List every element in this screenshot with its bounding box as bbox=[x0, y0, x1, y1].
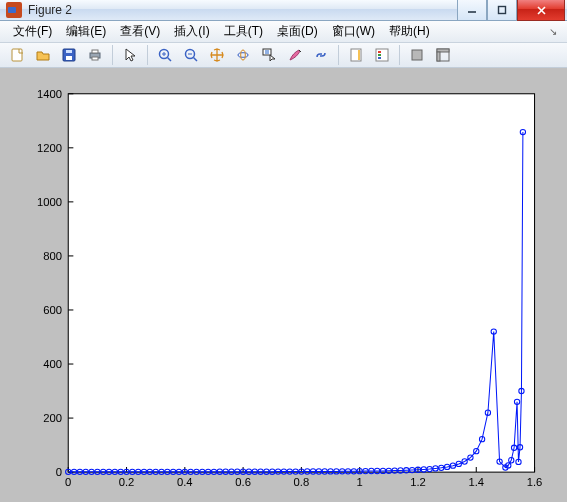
rotate3d-icon[interactable] bbox=[231, 43, 255, 67]
menu-tools[interactable]: 工具(T) bbox=[217, 21, 270, 42]
menu-help[interactable]: 帮助(H) bbox=[382, 21, 437, 42]
svg-line-12 bbox=[168, 58, 172, 62]
window-controls bbox=[457, 0, 565, 20]
svg-text:0: 0 bbox=[65, 476, 71, 488]
svg-rect-10 bbox=[92, 57, 98, 60]
menu-file[interactable]: 文件(F) bbox=[6, 21, 59, 42]
svg-rect-4 bbox=[12, 49, 22, 61]
menubar: 文件(F) 编辑(E) 查看(V) 插入(I) 工具(T) 桌面(D) 窗口(W… bbox=[0, 21, 567, 43]
svg-rect-7 bbox=[66, 50, 72, 53]
maximize-button[interactable] bbox=[487, 0, 517, 21]
figure-window: Figure 2 文件(F) 编辑(E) 查看(V) 插入(I) 工具(T) 桌… bbox=[0, 0, 567, 502]
menu-window[interactable]: 窗口(W) bbox=[325, 21, 382, 42]
plot-canvas[interactable]: 00.20.40.60.811.21.41.602004006008001000… bbox=[0, 68, 567, 502]
zoom-out-icon[interactable] bbox=[179, 43, 203, 67]
menu-view[interactable]: 查看(V) bbox=[113, 21, 167, 42]
toolbar-separator bbox=[112, 45, 113, 65]
save-icon[interactable] bbox=[57, 43, 81, 67]
svg-point-18 bbox=[238, 53, 248, 58]
svg-text:1200: 1200 bbox=[37, 142, 62, 154]
svg-line-16 bbox=[194, 58, 198, 62]
svg-rect-27 bbox=[378, 54, 381, 56]
svg-rect-9 bbox=[92, 50, 98, 53]
new-figure-icon[interactable] bbox=[5, 43, 29, 67]
open-icon[interactable] bbox=[31, 43, 55, 67]
window-title: Figure 2 bbox=[28, 3, 457, 17]
svg-rect-26 bbox=[378, 51, 381, 53]
dock-figure-icon[interactable]: ↘ bbox=[545, 26, 561, 37]
svg-text:1.2: 1.2 bbox=[410, 476, 426, 488]
svg-text:1.6: 1.6 bbox=[527, 476, 543, 488]
svg-rect-25 bbox=[376, 49, 388, 61]
svg-point-19 bbox=[241, 50, 246, 60]
toolbar bbox=[0, 43, 567, 68]
axes[interactable]: 00.20.40.60.811.21.41.602004006008001000… bbox=[12, 80, 555, 502]
show-plot-tools-icon[interactable] bbox=[431, 43, 455, 67]
svg-text:1000: 1000 bbox=[37, 196, 62, 208]
svg-text:0.8: 0.8 bbox=[294, 476, 310, 488]
svg-rect-32 bbox=[437, 52, 440, 61]
menu-edit[interactable]: 编辑(E) bbox=[59, 21, 113, 42]
menu-desktop[interactable]: 桌面(D) bbox=[270, 21, 325, 42]
menu-insert[interactable]: 插入(I) bbox=[167, 21, 216, 42]
toolbar-separator bbox=[338, 45, 339, 65]
svg-rect-1 bbox=[499, 7, 506, 14]
svg-rect-28 bbox=[378, 57, 381, 59]
svg-text:1: 1 bbox=[357, 476, 363, 488]
colorbar-icon[interactable] bbox=[344, 43, 368, 67]
zoom-in-icon[interactable] bbox=[153, 43, 177, 67]
pointer-icon[interactable] bbox=[118, 43, 142, 67]
svg-text:200: 200 bbox=[43, 412, 62, 424]
data-cursor-icon[interactable] bbox=[257, 43, 281, 67]
titlebar[interactable]: Figure 2 bbox=[0, 0, 567, 21]
svg-text:1.4: 1.4 bbox=[468, 476, 484, 488]
toolbar-separator bbox=[147, 45, 148, 65]
print-icon[interactable] bbox=[83, 43, 107, 67]
pan-icon[interactable] bbox=[205, 43, 229, 67]
brush-icon[interactable] bbox=[283, 43, 307, 67]
minimize-button[interactable] bbox=[457, 0, 487, 21]
svg-rect-24 bbox=[358, 50, 360, 60]
hide-plot-tools-icon[interactable] bbox=[405, 43, 429, 67]
svg-text:0.2: 0.2 bbox=[119, 476, 135, 488]
svg-rect-29 bbox=[412, 50, 422, 60]
svg-rect-33 bbox=[68, 94, 534, 472]
svg-rect-6 bbox=[66, 56, 72, 60]
matlab-figure-icon bbox=[6, 2, 22, 18]
svg-text:600: 600 bbox=[43, 304, 62, 316]
link-icon[interactable] bbox=[309, 43, 333, 67]
svg-text:1400: 1400 bbox=[37, 88, 62, 100]
svg-text:400: 400 bbox=[43, 358, 62, 370]
toolbar-separator bbox=[399, 45, 400, 65]
svg-text:0.4: 0.4 bbox=[177, 476, 193, 488]
svg-rect-20 bbox=[263, 49, 271, 55]
legend-icon[interactable] bbox=[370, 43, 394, 67]
svg-text:0.6: 0.6 bbox=[235, 476, 251, 488]
close-button[interactable] bbox=[517, 0, 565, 21]
svg-text:0: 0 bbox=[56, 466, 62, 478]
svg-text:800: 800 bbox=[43, 250, 62, 262]
